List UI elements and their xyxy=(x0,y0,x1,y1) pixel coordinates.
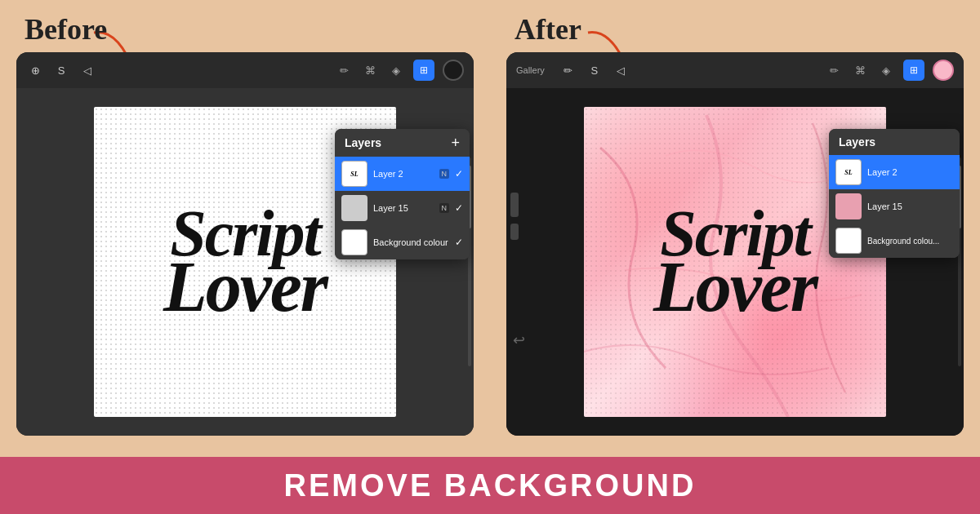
layer-thumb-15-before xyxy=(341,195,368,221)
color-picker[interactable] xyxy=(443,60,464,81)
tablet-before: ⊕ S ◁ ✏ ⌘ ◈ ⊞ xyxy=(16,52,474,436)
canvas-before: Script Lover Layers + SL xyxy=(16,88,474,436)
add-layer-button-before[interactable]: + xyxy=(451,135,460,150)
layers-icon[interactable]: ⊞ xyxy=(413,60,434,81)
layer-check-2-before: ✓ xyxy=(455,168,463,179)
side-button-1[interactable] xyxy=(510,193,519,217)
layer-thumb-bg-before xyxy=(341,229,368,255)
layer-name-15-after: Layer 15 xyxy=(867,202,953,211)
tool-icon-after-3[interactable]: ◁ xyxy=(612,61,630,79)
layer-item-2-before[interactable]: SL Layer 2 N ✓ xyxy=(335,157,470,191)
layer-name-15-before: Layer 15 xyxy=(373,203,434,213)
layer-name-2-before: Layer 2 xyxy=(373,169,434,179)
layer-name-bg-after: Background colou... xyxy=(867,237,953,246)
layers-header-before: Layers + xyxy=(335,129,470,157)
layer-check-15-before: ✓ xyxy=(455,202,463,214)
color-picker-after[interactable] xyxy=(933,60,954,81)
after-side: After Gallery ✏ S ◁ ✏ ⌘ ◈ ⊞ xyxy=(490,0,980,457)
smudge-icon[interactable]: ◈ xyxy=(387,61,405,79)
pencil-icon[interactable]: ✏ xyxy=(335,61,353,79)
side-button-2[interactable] xyxy=(510,224,519,240)
pencil-icon-after[interactable]: ✏ xyxy=(825,61,843,79)
layer-item-bg-after[interactable]: Background colou... xyxy=(829,224,960,258)
main-container: Before ⊕ S ◁ ✏ ⌘ ◈ ⊞ xyxy=(0,0,980,514)
brush-icon[interactable]: ⌘ xyxy=(361,61,379,79)
layer-check-bg-before: ✓ xyxy=(455,237,463,248)
layer-name-2-after: Layer 2 xyxy=(867,167,953,177)
before-label: Before xyxy=(24,12,107,47)
top-section: Before ⊕ S ◁ ✏ ⌘ ◈ ⊞ xyxy=(0,0,980,457)
layers-title-before: Layers xyxy=(345,136,381,149)
canvas-after: ↩ xyxy=(506,88,964,436)
layer-thumb-2-after: SL xyxy=(835,159,862,185)
layers-icon-after[interactable]: ⊞ xyxy=(903,60,924,81)
tool-icon-1[interactable]: ⊕ xyxy=(26,61,44,79)
bottom-banner: REMOVE BACKGROUND xyxy=(0,457,980,514)
layers-header-after: Layers xyxy=(829,129,960,155)
tool-icon-2[interactable]: S xyxy=(52,61,70,79)
layer-item-15-before[interactable]: Layer 15 N ✓ xyxy=(335,191,470,225)
script-text-before: Script Lover xyxy=(163,204,327,319)
layer-thumb-2-before: SL xyxy=(341,161,368,187)
tool-icon-3[interactable]: ◁ xyxy=(78,61,96,79)
brush-icon-after[interactable]: ⌘ xyxy=(851,61,869,79)
layers-panel-after: Layers SL Layer 2 Layer 15 xyxy=(829,129,960,258)
undo-button[interactable]: ↩ xyxy=(513,331,525,349)
before-side: Before ⊕ S ◁ ✏ ⌘ ◈ ⊞ xyxy=(0,0,490,457)
layers-title-after: Layers xyxy=(839,135,875,148)
layer-item-15-after[interactable]: Layer 15 xyxy=(829,189,960,224)
after-toolbar: Gallery ✏ S ◁ ✏ ⌘ ◈ ⊞ xyxy=(506,52,964,88)
layer-name-bg-before: Background colour xyxy=(373,237,449,247)
banner-text: REMOVE BACKGROUND xyxy=(284,468,697,503)
layer-item-bg-before[interactable]: Background colour ✓ xyxy=(335,225,470,259)
tool-icon-after-2[interactable]: S xyxy=(586,61,604,79)
gallery-label[interactable]: Gallery xyxy=(516,65,545,75)
smudge-icon-after[interactable]: ◈ xyxy=(877,61,895,79)
layers-panel-before: Layers + SL Layer 2 N ✓ xyxy=(335,129,470,259)
layer-thumb-15-after xyxy=(835,193,862,219)
layer-item-2-after[interactable]: SL Layer 2 xyxy=(829,155,960,189)
after-label: After xyxy=(514,12,581,47)
layer-thumb-bg-after xyxy=(835,228,862,254)
tablet-after: Gallery ✏ S ◁ ✏ ⌘ ◈ ⊞ ↩ xyxy=(506,52,964,436)
layer-badge-2-before: N xyxy=(439,169,450,179)
before-toolbar: ⊕ S ◁ ✏ ⌘ ◈ ⊞ xyxy=(16,52,474,88)
layer-badge-15-before: N xyxy=(439,203,450,213)
tool-icon-after-1[interactable]: ✏ xyxy=(559,61,577,79)
script-text-after: Script Lover xyxy=(653,204,817,319)
